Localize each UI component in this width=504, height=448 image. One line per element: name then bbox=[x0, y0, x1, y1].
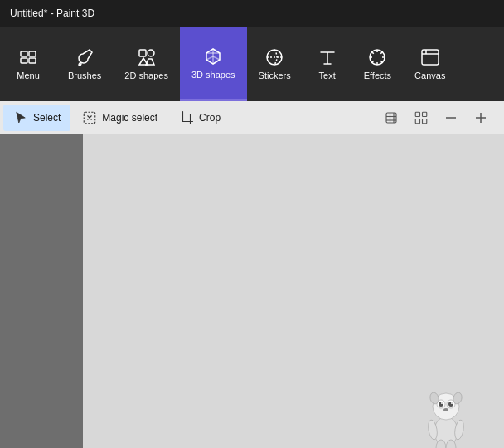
svg-rect-14 bbox=[386, 113, 396, 123]
menu-button[interactable]: Menu bbox=[0, 27, 56, 101]
svg-point-31 bbox=[448, 402, 453, 407]
grid-icon bbox=[414, 110, 429, 125]
canvas[interactable] bbox=[83, 134, 504, 448]
layers-button[interactable] bbox=[378, 105, 405, 131]
3d-character bbox=[421, 382, 471, 448]
main-toolbar: Menu Brushes 2D shapes 3D shapes bbox=[0, 27, 504, 101]
brushes-button[interactable]: Brushes bbox=[56, 27, 113, 101]
svg-rect-1 bbox=[29, 51, 36, 56]
stickers-button[interactable]: Stickers bbox=[247, 27, 303, 101]
title-bar: Untitled* - Paint 3D bbox=[0, 0, 504, 27]
layers-icon bbox=[384, 110, 399, 125]
menu-label: Menu bbox=[17, 71, 40, 80]
2dshapes-label: 2D shapes bbox=[124, 71, 168, 80]
zoom-in-button[interactable] bbox=[468, 105, 494, 131]
magic-select-button[interactable]: Magic select bbox=[72, 105, 167, 131]
select-button[interactable]: Select bbox=[3, 105, 70, 131]
canvas-button[interactable]: Canvas bbox=[403, 27, 457, 101]
svg-point-34 bbox=[443, 408, 448, 411]
3dshapes-icon bbox=[203, 46, 223, 66]
brushes-icon bbox=[75, 47, 94, 67]
svg-rect-2 bbox=[21, 58, 27, 63]
2dshapes-button[interactable]: 2D shapes bbox=[113, 27, 180, 101]
svg-point-5 bbox=[148, 50, 154, 56]
effects-icon bbox=[367, 47, 387, 67]
left-panel bbox=[0, 134, 83, 448]
stickers-label: Stickers bbox=[259, 71, 291, 80]
crop-label: Crop bbox=[199, 112, 220, 124]
canvas-icon bbox=[420, 47, 440, 67]
3dshapes-label: 3D shapes bbox=[191, 70, 235, 80]
effects-button[interactable]: Effects bbox=[352, 27, 403, 101]
crop-button[interactable]: Crop bbox=[169, 105, 230, 131]
window-title: Untitled* - Paint 3D bbox=[10, 7, 94, 19]
brushes-label: Brushes bbox=[68, 71, 101, 80]
plus-icon bbox=[473, 110, 488, 125]
grid-button[interactable] bbox=[408, 105, 434, 131]
svg-rect-21 bbox=[415, 119, 419, 124]
svg-rect-20 bbox=[423, 112, 427, 116]
minus-icon bbox=[443, 110, 458, 125]
svg-point-32 bbox=[441, 402, 443, 404]
canvas-label: Canvas bbox=[414, 71, 445, 80]
text-button[interactable]: Text bbox=[303, 27, 352, 101]
text-icon bbox=[317, 47, 337, 67]
canvas-area bbox=[0, 134, 504, 448]
svg-point-33 bbox=[451, 402, 453, 404]
cursor-icon bbox=[13, 110, 28, 125]
magic-select-label: Magic select bbox=[102, 112, 158, 124]
svg-rect-19 bbox=[415, 112, 419, 116]
svg-rect-22 bbox=[423, 119, 427, 124]
3dshapes-button[interactable]: 3D shapes bbox=[180, 27, 247, 101]
text-label: Text bbox=[319, 71, 336, 80]
secondary-toolbar: Select Magic select Crop bbox=[0, 101, 504, 134]
select-label: Select bbox=[33, 112, 61, 124]
zoom-controls bbox=[378, 105, 501, 131]
menu-icon bbox=[18, 47, 38, 67]
svg-rect-0 bbox=[21, 51, 27, 56]
svg-rect-10 bbox=[422, 50, 439, 65]
crop-icon bbox=[179, 110, 194, 125]
effects-label: Effects bbox=[364, 71, 391, 80]
2dshapes-icon bbox=[137, 47, 157, 67]
stickers-icon bbox=[264, 47, 284, 67]
zoom-out-button[interactable] bbox=[438, 105, 464, 131]
magic-select-icon bbox=[82, 110, 97, 125]
svg-rect-3 bbox=[29, 58, 36, 63]
svg-point-30 bbox=[439, 402, 443, 407]
character-svg bbox=[421, 382, 471, 448]
svg-rect-4 bbox=[139, 50, 146, 56]
